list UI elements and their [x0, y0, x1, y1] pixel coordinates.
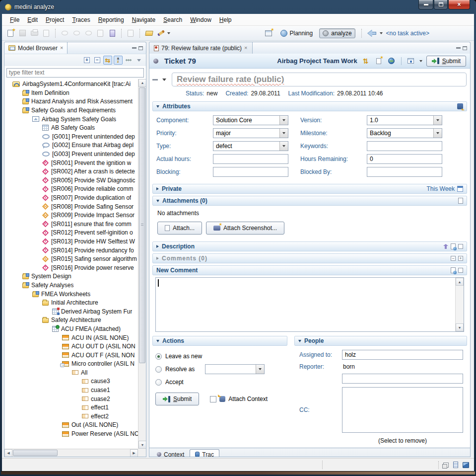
tree-item[interactable]: System Design [4, 272, 138, 281]
actual-hours-input[interactable] [213, 154, 288, 164]
menu-reporting[interactable]: Reporting [94, 15, 128, 25]
open-in-browser-icon[interactable] [387, 57, 396, 66]
close-button[interactable]: × [448, 0, 470, 9]
tree-item[interactable]: [G003] Prevent unintended dep [4, 150, 138, 159]
tree-item[interactable]: ACU FMEA (Attached) [4, 324, 138, 333]
editor-minimize-icon[interactable] [456, 47, 461, 49]
tree-item[interactable]: F[SR001] Prevent the ignition w [4, 159, 138, 167]
tree-item[interactable]: Initial Architecture [4, 298, 138, 307]
view-maximize-icon[interactable] [138, 46, 143, 50]
tree-item[interactable]: ACU OUT D (ASIL NON [4, 342, 138, 351]
summary-dropdown-icon[interactable] [162, 79, 166, 81]
tree-item[interactable]: Airbag System Safety Goals [4, 115, 138, 124]
bottom-tab-trac[interactable]: Trac [190, 449, 219, 457]
tree-item[interactable]: T[SR007] Provide duplication of [4, 193, 138, 202]
perspective-analyze[interactable]: analyze [319, 28, 355, 38]
tree-item[interactable]: T[SR012] Prevent self-iginition o [4, 229, 138, 238]
task-dropdown-icon[interactable] [380, 32, 383, 34]
view-close-icon[interactable]: × [60, 45, 63, 51]
menu-traces[interactable]: Traces [68, 15, 94, 25]
tree-item[interactable]: H[SR008] Provide Safing Sensor [4, 202, 138, 211]
tree-item[interactable]: T[SR006] Provide reliable comm [4, 185, 138, 194]
editor-tab[interactable]: 79: Review failure rate (public) × [149, 42, 253, 54]
editor-maximize-icon[interactable] [463, 46, 467, 50]
tree-item[interactable]: effect1 [4, 403, 138, 412]
expand-comments-icon[interactable] [458, 256, 463, 261]
dropdown-arrow-icon[interactable] [433, 116, 442, 125]
scroll-down-icon[interactable]: ▼ [138, 441, 146, 449]
tree-item[interactable]: FMEA Worksheets [4, 290, 138, 299]
tree-item[interactable]: Hazard Analysis and Risk Assessment [4, 97, 138, 106]
tree-item[interactable]: F[SR011] esnure that fire comm [4, 220, 138, 229]
filters-icon[interactable] [124, 56, 133, 65]
tree-item[interactable]: T[SR013] Provide HW Selftest W [4, 237, 138, 246]
view-minimize-icon[interactable] [132, 47, 136, 49]
summary-field[interactable]: Review failure rate (public) [172, 73, 467, 86]
tree-item[interactable]: T[SR005] Provide SW Diagnostic [4, 176, 138, 185]
priority-select[interactable]: major [213, 128, 288, 138]
tree-item[interactable]: Item Definition [4, 88, 138, 97]
dropdown-arrow-icon[interactable] [279, 116, 288, 125]
tree-item[interactable]: Safety Goals and Requirements [4, 106, 138, 115]
dropdown-arrow-icon[interactable] [279, 142, 288, 151]
milestone-select[interactable]: Backlog [367, 128, 442, 138]
menu-edit[interactable]: Edit [23, 15, 42, 25]
title-bar[interactable]: medini analyze × [0, 0, 476, 14]
highlight-pen-icon[interactable] [155, 28, 166, 39]
tree-item[interactable]: Out (ASIL NONE) [4, 421, 138, 430]
submit-button-header[interactable]: Submit [426, 56, 466, 67]
scroll-right-icon[interactable]: ▶ [130, 449, 138, 457]
comment-scrollbar[interactable]: ▲ ▼ [455, 278, 464, 331]
this-week-link[interactable]: This Week [427, 185, 455, 192]
layout-grid-icon[interactable] [407, 57, 415, 66]
menu-search[interactable]: Search [159, 15, 186, 25]
description-header[interactable]: Description [152, 241, 467, 251]
menu-navigate[interactable]: Navigate [128, 15, 159, 25]
tree-item[interactable]: AirbagSystem1.4ConformanceKit [trac:Ai [4, 80, 138, 89]
dropdown-arrow-icon[interactable] [256, 365, 264, 374]
new-attachment-icon[interactable] [458, 198, 463, 204]
layout-dropdown-icon[interactable] [419, 60, 422, 62]
bottom-tab-context[interactable]: Context [151, 449, 190, 457]
resolve-as-select[interactable] [205, 364, 265, 374]
assigned-to-input[interactable] [342, 350, 463, 360]
editor-close-icon[interactable]: × [244, 45, 247, 51]
active-task-label[interactable]: <no task active> [386, 30, 429, 37]
version-select[interactable]: 1.0 [367, 115, 442, 125]
scrollbar-thumb[interactable] [13, 450, 58, 456]
tree-item[interactable]: Safety Analyses [4, 281, 138, 290]
calendar-icon[interactable] [457, 186, 463, 192]
tree-item[interactable]: cause3 [4, 377, 138, 386]
radio-icon[interactable] [155, 379, 162, 386]
submit-button[interactable]: Submit [155, 393, 199, 405]
tree-horizontal-scrollbar[interactable]: ◀ ▶ [4, 449, 138, 457]
scroll-left-icon[interactable]: ◀ [4, 449, 12, 457]
document-icon[interactable] [107, 28, 118, 39]
tree-item[interactable]: Derived Airbag System Fur [4, 307, 138, 316]
filter-input[interactable] [6, 68, 144, 78]
tree-vertical-scrollbar[interactable]: ▲ ▼ [138, 79, 146, 449]
tree-item[interactable]: cuase2 [4, 395, 138, 403]
action-option[interactable]: Resolve as [155, 363, 285, 376]
menu-project[interactable]: Project [42, 15, 68, 25]
perspective-planning[interactable]: Planning [277, 29, 316, 38]
refresh-attributes-icon[interactable] [457, 103, 463, 109]
maximize-button[interactable] [434, 0, 448, 9]
sort-alphabetically-icon[interactable]: az [114, 56, 123, 65]
tree-item[interactable]: ACU IN (ASIL NONE) [4, 333, 138, 342]
tree-item[interactable]: [G002] Ensure that Airbag depl [4, 141, 138, 150]
tree-item[interactable]: T[SR002] After a crash is detecte [4, 167, 138, 176]
hours-remaining-input[interactable] [367, 154, 442, 164]
cc-add-input[interactable] [342, 374, 463, 384]
link-with-editor-icon[interactable]: ⇆ [103, 56, 112, 65]
tree-item[interactable]: ACU OUT F (ASIL NON [4, 351, 138, 360]
action-option[interactable]: Accept [155, 376, 285, 389]
new-comment-textarea[interactable]: ▲ ▼ [155, 277, 464, 332]
maximize-section-icon[interactable] [458, 268, 463, 273]
actions-header[interactable]: Actions [152, 336, 287, 346]
private-header[interactable]: Private This Week [152, 184, 467, 194]
minimize-button[interactable] [418, 0, 433, 9]
type-select[interactable]: defect [213, 141, 288, 151]
tree-item[interactable]: Safety Architecture [4, 316, 138, 325]
collapse-grip-icon[interactable] [152, 79, 158, 80]
